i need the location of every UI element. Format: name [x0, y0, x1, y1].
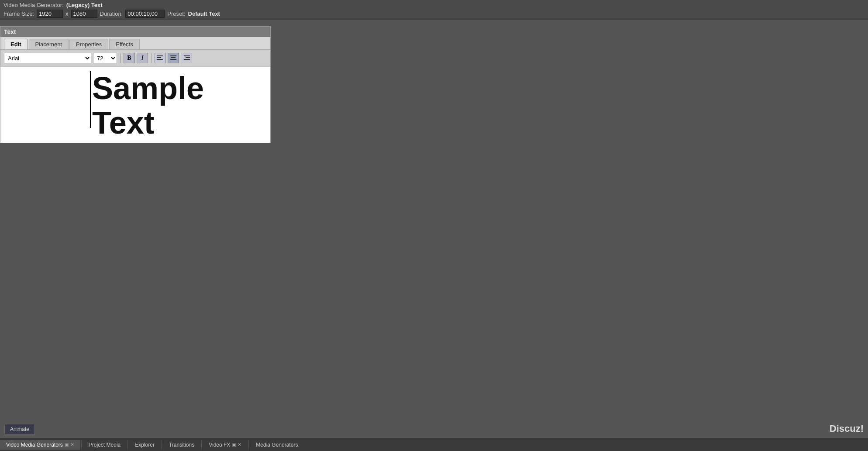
- italic-button[interactable]: I: [137, 53, 148, 63]
- svg-rect-2: [157, 59, 163, 60]
- align-right-icon: [183, 55, 190, 61]
- align-left-button[interactable]: [155, 53, 166, 63]
- taskbar-divider-2: [127, 441, 128, 449]
- svg-rect-8: [184, 59, 190, 60]
- taskbar-divider-3: [162, 441, 162, 449]
- taskbar-label-video-media-generators: Video Media Generators: [6, 442, 63, 448]
- taskbar-divider-5: [248, 441, 249, 449]
- bold-button[interactable]: B: [124, 53, 135, 63]
- taskbar-item-video-fx[interactable]: Video FX ▣ ✕: [203, 440, 248, 450]
- discuz-brand: Discuz!: [830, 423, 864, 434]
- main-panel: Text Edit Placement Properties Effects A…: [0, 26, 271, 143]
- frame-size-label: Frame Size:: [3, 10, 34, 17]
- svg-rect-0: [157, 55, 163, 56]
- taskbar-icon-vmg: ▣: [65, 442, 69, 447]
- taskbar-item-media-generators[interactable]: Media Generators: [250, 440, 304, 450]
- editor-content[interactable]: Sample Text: [0, 67, 270, 143]
- align-right-button[interactable]: [181, 53, 192, 63]
- taskbar-item-project-media[interactable]: Project Media: [83, 440, 127, 450]
- tab-edit[interactable]: Edit: [4, 39, 28, 49]
- window-title-label: Video Media Generator:: [3, 2, 64, 8]
- taskbar-label-project-media: Project Media: [89, 442, 121, 448]
- panel-title: Text: [0, 27, 270, 37]
- toolbar-separator-2: [151, 53, 152, 63]
- svg-rect-6: [184, 55, 190, 56]
- frame-size-row: Frame Size: x Duration: Preset: Default …: [3, 10, 865, 18]
- right-background: [271, 26, 868, 438]
- svg-rect-4: [171, 57, 176, 58]
- taskbar-item-video-media-generators[interactable]: Video Media Generators ▣ ✕: [0, 440, 80, 450]
- align-center-icon: [170, 55, 177, 61]
- taskbar-close-vmg[interactable]: ✕: [70, 442, 74, 448]
- editor-toolbar: Arial 72 B I: [0, 50, 270, 66]
- svg-rect-5: [170, 59, 176, 60]
- editor-area[interactable]: Sample Text: [0, 66, 270, 143]
- window-subtitle: (Legacy) Text: [66, 2, 103, 8]
- animate-button[interactable]: Animate: [4, 424, 35, 434]
- tab-properties[interactable]: Properties: [69, 39, 108, 49]
- taskbar-label-video-fx: Video FX: [209, 442, 230, 448]
- frame-width-input[interactable]: [37, 10, 63, 18]
- preset-label: Preset:: [167, 10, 185, 17]
- svg-rect-3: [170, 55, 176, 56]
- svg-rect-7: [186, 57, 190, 58]
- toolbar-separator-1: [120, 53, 121, 63]
- align-center-button[interactable]: [168, 53, 179, 63]
- editor-line-2: Text: [92, 106, 266, 140]
- duration-label: Duration:: [100, 10, 123, 17]
- align-left-icon: [157, 55, 164, 61]
- editor-line-1: Sample: [92, 71, 266, 106]
- title-row: Video Media Generator: (Legacy) Text: [3, 2, 865, 8]
- tab-placement[interactable]: Placement: [29, 39, 69, 49]
- taskbar-divider-1: [81, 441, 82, 449]
- tabs-bar: Edit Placement Properties Effects: [0, 37, 270, 50]
- taskbar-label-transitions: Transitions: [169, 442, 194, 448]
- tab-effects[interactable]: Effects: [109, 39, 140, 49]
- frame-size-x: x: [65, 10, 69, 17]
- font-select[interactable]: Arial: [4, 53, 91, 63]
- taskbar-icon-vfx: ▣: [232, 442, 236, 447]
- top-bar: Video Media Generator: (Legacy) Text Fra…: [0, 0, 868, 20]
- text-cursor: [90, 71, 91, 128]
- taskbar-divider-4: [201, 441, 202, 449]
- preset-value: Default Text: [188, 10, 220, 17]
- frame-height-input[interactable]: [71, 10, 97, 18]
- taskbar-item-explorer[interactable]: Explorer: [129, 440, 161, 450]
- svg-rect-1: [157, 57, 161, 58]
- taskbar-close-vfx[interactable]: ✕: [238, 442, 241, 448]
- taskbar-label-explorer: Explorer: [135, 442, 155, 448]
- duration-input[interactable]: [125, 10, 165, 18]
- font-size-select[interactable]: 72: [93, 53, 117, 63]
- taskbar-label-media-generators: Media Generators: [256, 442, 298, 448]
- taskbar: Video Media Generators ▣ ✕ Project Media…: [0, 438, 868, 451]
- taskbar-item-transitions[interactable]: Transitions: [163, 440, 200, 450]
